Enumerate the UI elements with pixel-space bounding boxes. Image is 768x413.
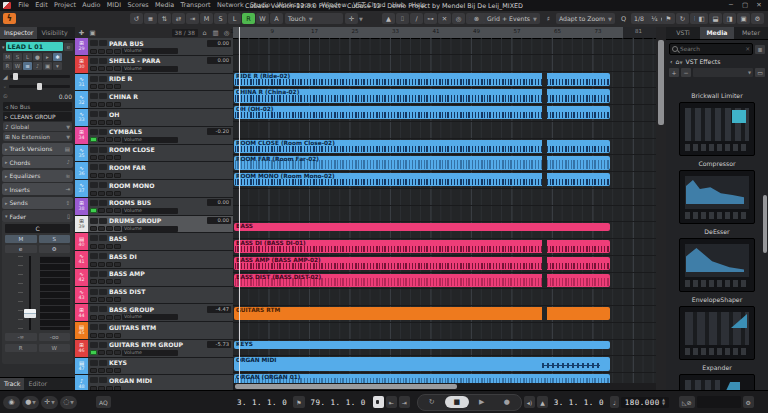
edit-channel-button[interactable] — [98, 102, 105, 107]
track-solo-button[interactable] — [99, 324, 107, 330]
play-button[interactable]: ▶ — [470, 396, 494, 408]
extension-select[interactable]: ⊞No Extension▼ — [3, 132, 72, 141]
track-row-room-mono[interactable]: ∿37ROOM MONO — [75, 180, 233, 198]
lane-organ-midi[interactable]: ORGAN MIDI — [233, 356, 656, 373]
edit-channel-button[interactable] — [98, 279, 105, 284]
automation-a[interactable]: A — [270, 13, 283, 24]
automation-read-button[interactable] — [106, 102, 113, 107]
lane-bass[interactable]: BASS — [233, 222, 656, 239]
track-row-organ-midi[interactable]: ♪48ORGAN MIDI — [75, 375, 233, 390]
punch-points-icon[interactable]: ✛▼ — [41, 396, 58, 409]
track-row-china-r[interactable]: ∿32CHINA R — [75, 91, 233, 109]
track-solo-button[interactable] — [99, 129, 107, 135]
cycle-region[interactable] — [233, 27, 623, 38]
locator-flag-icon[interactable]: ⚑ — [293, 396, 304, 408]
mute-button[interactable]: M — [3, 53, 12, 61]
setup-toolbar-icon[interactable]: ⚙ — [751, 13, 764, 24]
track-mute-button[interactable] — [90, 324, 98, 330]
event-ride-r[interactable]: RIDE R (Ride-02) — [234, 73, 610, 86]
plugin-item-deesser[interactable]: DeEsser — [666, 228, 768, 292]
automation-read-button[interactable] — [106, 84, 113, 89]
track-solo-button[interactable] — [99, 200, 107, 206]
track-color-tab[interactable]: ▤40 — [75, 233, 88, 250]
fader-write-button[interactable]: W — [39, 344, 71, 352]
automation-read-button[interactable] — [106, 368, 113, 373]
monitor-button[interactable] — [90, 315, 97, 320]
pan-slider[interactable] — [9, 85, 70, 88]
automation-read-button[interactable] — [106, 315, 113, 320]
edit-channel-button[interactable] — [98, 315, 105, 320]
pre-roll-icon[interactable]: ◂) — [524, 396, 535, 408]
track-solo-button[interactable] — [99, 377, 107, 383]
fader-cap[interactable] — [24, 309, 36, 318]
automation-read-button[interactable] — [106, 208, 113, 213]
track-mute-button[interactable] — [90, 253, 98, 259]
lane-ride-r[interactable]: RIDE R (Ride-02) — [233, 72, 656, 89]
track-row-rooms-bus[interactable]: ⊞38ROOMS BUS0.00Volume — [75, 198, 233, 216]
fader-level-value[interactable]: -∞ — [5, 333, 37, 341]
tab-media[interactable]: Media — [700, 27, 734, 39]
monitor-button[interactable] — [90, 333, 97, 338]
track-solo-button[interactable] — [99, 182, 107, 188]
fader-functions-button[interactable]: ⚙ — [39, 245, 71, 253]
lane-room-far[interactable]: ROOM FAR (Room Far-02) — [233, 155, 656, 172]
grid-type-select[interactable]: Adapt to Zoom▼ — [556, 13, 615, 24]
volume-parameter-label[interactable]: Volume — [122, 314, 178, 320]
maximize-button[interactable]: ▢ — [738, 0, 752, 11]
track-color-tab[interactable]: ⊞29 — [75, 38, 88, 55]
right-zone-toggle[interactable]: ◨ — [723, 13, 736, 24]
track-color-tab[interactable]: ⊞46 — [75, 340, 88, 357]
edit-channel-button[interactable] — [98, 49, 105, 54]
track-solo-button[interactable] — [99, 360, 107, 366]
event-keys[interactable]: KEYS — [234, 341, 610, 349]
track-volume-value[interactable]: -4.47 — [207, 306, 231, 313]
close-button[interactable]: ✕ — [752, 0, 766, 11]
read-button[interactable]: R — [3, 62, 12, 70]
tab-track[interactable]: Track — [0, 378, 24, 390]
event-room-mono[interactable]: ROOM MONO (Room Mono-02) — [234, 173, 610, 186]
meter-peak-value[interactable]: -oo — [39, 333, 71, 341]
mute-state[interactable]: M — [200, 13, 213, 24]
menu-network[interactable]: Network — [214, 0, 247, 11]
lane-china-r[interactable]: CHINA R (China-02) — [233, 88, 656, 105]
track-mute-button[interactable] — [90, 40, 98, 46]
plugin-item-envelopeshaper[interactable]: EnvelopeShaper — [666, 296, 768, 360]
glue-tool[interactable]: ⊶ — [424, 13, 437, 24]
edit-channel-button[interactable]: e — [64, 43, 73, 51]
event-china-r[interactable]: CHINA R (China-02) — [234, 89, 610, 102]
lane-shells---para[interactable] — [233, 55, 656, 72]
split-tool[interactable]: ∕ — [410, 13, 423, 24]
monitor-button[interactable] — [90, 368, 97, 373]
automation-write-button[interactable] — [114, 191, 121, 196]
swap-icon[interactable]: ⇄ — [172, 13, 185, 24]
track-color-tab[interactable]: ⊞44 — [75, 304, 88, 321]
lane-bass-group[interactable] — [233, 289, 656, 306]
plugin-thumbnail[interactable] — [679, 102, 755, 156]
record-button[interactable]: ● — [495, 396, 519, 408]
read-automation[interactable]: R — [242, 13, 255, 24]
timebase-button[interactable]: ♪ — [33, 62, 42, 70]
lower-zone-toggle[interactable]: ⬓ — [709, 13, 722, 24]
event-room-far[interactable]: ROOM FAR (Room Far-02) — [234, 156, 610, 169]
fader-edit-button[interactable]: e — [5, 245, 37, 253]
track-row-bass-dist[interactable]: ∿43BASS DIST — [75, 287, 233, 305]
track-picture-icon[interactable]: ▣ — [88, 29, 97, 37]
metronome-icon[interactable]: ▲ — [537, 396, 548, 408]
plugin-list-scrollbar[interactable] — [763, 195, 767, 253]
track-color-tab[interactable]: ∿35 — [75, 145, 88, 162]
monitor-button[interactable] — [90, 120, 97, 125]
edit-channel-button[interactable] — [98, 155, 105, 160]
plugin-thumbnail[interactable] — [679, 170, 755, 224]
track-solo-button[interactable] — [99, 289, 107, 295]
track-color-tab[interactable]: ∿42 — [75, 269, 88, 286]
monitor-button[interactable] — [90, 191, 97, 196]
global-select[interactable]: ♪Global▼ — [3, 122, 72, 131]
automation-read-button[interactable] — [106, 350, 113, 355]
track-row-room-far[interactable]: ∿36ROOM FAR — [75, 162, 233, 180]
track-volume-value[interactable]: 0.00 — [207, 217, 231, 224]
track-solo-button[interactable] — [99, 235, 107, 241]
undo-icon[interactable]: ↺ — [130, 13, 143, 24]
menu-project[interactable]: Project — [51, 0, 79, 11]
track-volume-value[interactable]: -5.73 — [207, 341, 231, 348]
edit-channel-button[interactable] — [98, 120, 105, 125]
